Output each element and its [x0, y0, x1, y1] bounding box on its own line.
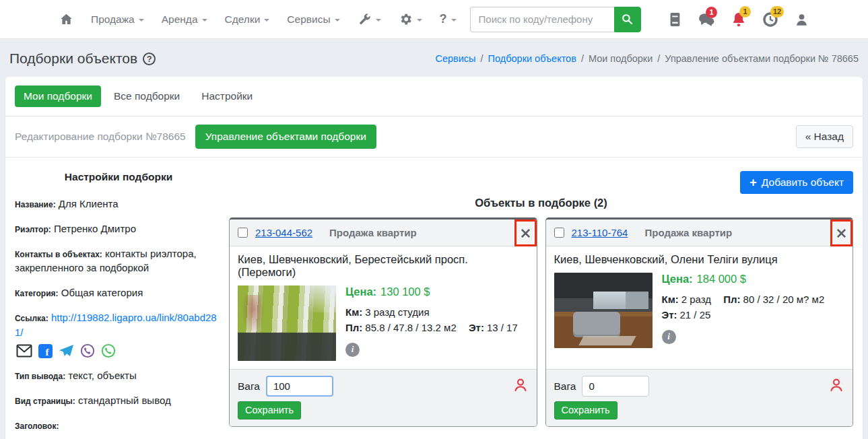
person-outline-icon: [512, 377, 529, 393]
help-menu[interactable]: ?: [440, 12, 457, 26]
viber-icon: [80, 343, 95, 358]
search-input[interactable]: [470, 7, 614, 32]
top-navbar: Продажа Аренда Сделки Сервисы ? 1: [0, 0, 868, 39]
field-contacts: Контакты в объектах: контакты риэлтора, …: [15, 246, 222, 276]
field-page-view-label: Вид страницы:: [15, 397, 75, 406]
messages-badge: 1: [706, 7, 717, 18]
remove-object-button[interactable]: [514, 220, 537, 246]
field-page-view-value: стандартный вывод: [78, 395, 171, 406]
viber-share-button[interactable]: [80, 343, 95, 358]
menu-sale[interactable]: Продажа: [91, 13, 144, 26]
tab-settings[interactable]: Настройки: [193, 86, 261, 107]
field-header: Заголовок:: [15, 418, 222, 433]
edit-collection-link[interactable]: Редактирование подборки №78665: [15, 131, 186, 143]
field-name-label: Название:: [15, 200, 56, 209]
menu-deals[interactable]: Сделки: [225, 13, 270, 26]
menu-sale-label: Продажа: [91, 13, 135, 26]
search-button[interactable]: [614, 7, 641, 32]
weight-input[interactable]: [582, 376, 649, 397]
object-address: Киев, Шевченковский, Берестейський просп…: [238, 253, 529, 279]
info-icon[interactable]: i: [345, 343, 360, 357]
menu-rent-label: Аренда: [162, 13, 198, 26]
menu-rent[interactable]: Аренда: [162, 13, 207, 26]
notifications-button[interactable]: 1: [731, 11, 746, 28]
telegram-share-button[interactable]: [59, 344, 74, 358]
whatsapp-share-button[interactable]: [101, 343, 116, 358]
chevrons-left-icon: «: [805, 131, 811, 142]
object-card-header: 213-110-764 Продажа квартир: [546, 220, 853, 246]
field-category-value: Общая категория: [61, 287, 143, 298]
area-value: 80 / 32 / 20 м? м2: [743, 294, 825, 305]
breadcrumb-separator: /: [657, 53, 660, 64]
home-button[interactable]: [59, 12, 73, 26]
field-realtor: Риэлтор: Петренко Дмитро: [15, 222, 222, 236]
search-group: [470, 7, 641, 32]
area-value: 85.8 / 47.8 / 13.2 м2: [365, 322, 456, 333]
object-checkbox[interactable]: [554, 228, 564, 238]
tools-menu[interactable]: [358, 12, 381, 26]
floor-label: Эт:: [662, 309, 677, 320]
settings-menu[interactable]: [399, 12, 422, 26]
info-icon[interactable]: i: [662, 330, 676, 344]
caret-down-icon: [264, 19, 269, 22]
floor-value: 13 / 17: [487, 322, 518, 333]
back-button[interactable]: « Назад: [796, 125, 853, 148]
facebook-icon: f: [38, 344, 53, 358]
property-photo[interactable]: [238, 285, 336, 361]
field-link: Ссылка: http://119882.ligapro.ua/link/80…: [15, 310, 222, 340]
object-card-header: 213-044-562 Продажа квартир: [230, 220, 537, 246]
messages-button[interactable]: 1: [698, 12, 715, 27]
whatsapp-icon: [101, 343, 116, 358]
photo-sky-decor: [305, 285, 336, 312]
field-contacts-label: Контакты в объектах:: [15, 250, 102, 259]
breadcrumb-collections[interactable]: Подборки объектов: [488, 53, 576, 64]
manage-objects-button[interactable]: Управление объектами подборки: [195, 125, 376, 149]
breadcrumb-separator: /: [581, 53, 584, 64]
remove-object-button[interactable]: [830, 220, 853, 246]
caret-down-icon: [202, 19, 207, 22]
email-share-button[interactable]: [16, 344, 32, 358]
floor-label: Эт:: [469, 322, 484, 333]
objects-area: + Добавить объект Объекты в подборке (2)…: [229, 171, 853, 439]
weight-label: Вага: [554, 380, 576, 393]
menu-deals-label: Сделки: [225, 13, 261, 26]
save-button[interactable]: Сохранить: [238, 401, 301, 419]
rooms-value: 2 разд: [681, 294, 711, 305]
history-button[interactable]: 12: [762, 11, 778, 28]
person-outline-icon: [828, 377, 844, 393]
breadcrumb: Сервисы / Подборки объектов / Мои подбор…: [435, 53, 859, 64]
price-value: 184 000 $: [697, 273, 746, 285]
object-card-footer: Вага Сохранить: [230, 369, 537, 426]
question-icon: ?: [440, 12, 447, 26]
rooms-value: 3 разд студия: [365, 306, 429, 318]
breadcrumb-services[interactable]: Сервисы: [435, 53, 475, 64]
tab-my-collections[interactable]: Мои подборки: [15, 86, 101, 107]
history-badge: 12: [770, 6, 784, 18]
add-object-button[interactable]: + Добавить объект: [740, 171, 853, 194]
realtor-person-icon[interactable]: [828, 377, 844, 395]
breadcrumb-current: Управление объектами подборки № 78665: [665, 53, 859, 64]
property-photo[interactable]: [554, 273, 653, 348]
object-code-link[interactable]: 213-110-764: [572, 227, 628, 238]
price-label: Цена:: [662, 273, 693, 285]
close-icon: [836, 228, 846, 238]
close-icon: [521, 228, 531, 238]
search-icon: [621, 13, 634, 26]
breadcrumb-my-collections: Мои подборки: [589, 53, 653, 64]
caret-down-icon: [139, 19, 144, 22]
object-checkbox[interactable]: [238, 228, 248, 238]
weight-input[interactable]: [266, 376, 333, 397]
profile-button[interactable]: [795, 12, 809, 27]
tab-all-collections[interactable]: Все подборки: [105, 86, 189, 107]
field-name: Название: Для Клиента: [15, 197, 222, 211]
menu-services[interactable]: Сервисы: [287, 13, 339, 26]
price-value: 130 100 $: [380, 285, 430, 298]
plus-icon: +: [749, 176, 757, 189]
save-button[interactable]: Сохранить: [554, 401, 617, 419]
journal-button[interactable]: [668, 12, 681, 27]
object-address: Киев, Шевченковский, Олени Теліги вулиця: [554, 253, 845, 266]
object-code-link[interactable]: 213-044-562: [255, 227, 312, 238]
page-help-icon[interactable]: ?: [143, 53, 156, 65]
realtor-person-icon[interactable]: [512, 377, 529, 395]
facebook-share-button[interactable]: f: [38, 344, 53, 358]
